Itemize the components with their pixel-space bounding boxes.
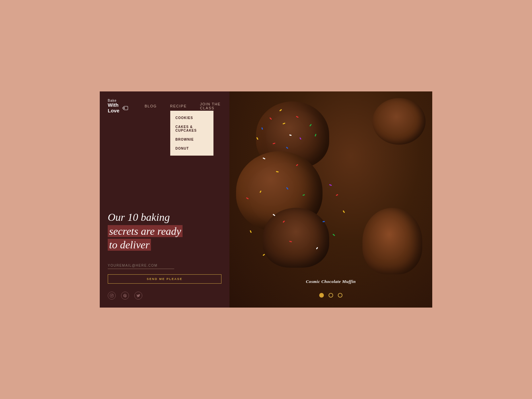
nav-join-class[interactable]: JOIN THE CLASS [200,102,221,110]
page-container: Bake With Love BLOG RECIPE COOKIES CAKES… [100,91,432,308]
headline-line1: Our 10 baking [108,211,170,223]
sprinkle-24 [342,210,345,213]
sprinkle-25 [323,221,325,222]
photo-caption: Cosmic Chocolate Muffin [229,278,432,284]
email-input[interactable] [108,262,174,269]
left-panel: Bake With Love BLOG RECIPE COOKIES CAKES… [100,91,229,308]
right-panel: Cosmic Chocolate Muffin [229,91,432,308]
navbar: Bake With Love BLOG RECIPE COOKIES CAKES… [100,91,229,113]
caption-text: Cosmic Chocolate Muffin [306,279,356,284]
svg-rect-0 [110,294,113,297]
instagram-icon[interactable] [108,292,116,300]
sprinkle-22 [329,184,332,186]
muffin-3 [263,208,329,268]
dropdown-item-brownie[interactable]: BROWNIE [170,135,213,144]
recipe-dropdown: COOKIES CAKES & CUPCAKES BROWNIE DONUT [170,111,213,156]
twitter-icon[interactable] [134,292,142,300]
svg-point-2 [112,295,113,295]
logo[interactable]: Bake With Love [108,99,128,113]
sprinkle-23 [336,194,338,196]
social-bar [100,292,229,308]
carousel-dot-1[interactable] [319,293,324,298]
carousel-dot-2[interactable] [329,293,333,298]
photo-bg: Cosmic Chocolate Muffin [229,91,432,308]
muffin-top-right [372,98,426,145]
sprinkle-29 [263,254,265,256]
muffin-mid-right [362,208,422,274]
svg-point-1 [111,295,112,296]
pinterest-icon[interactable] [121,292,129,300]
nav-blog[interactable]: BLOG [145,104,157,108]
nav-recipe[interactable]: RECIPE COOKIES CAKES & CUPCAKES BROWNIE … [170,104,187,108]
carousel-dot-3[interactable] [338,293,342,298]
sprinkle-21 [250,230,252,233]
dropdown-item-donut[interactable]: DONUT [170,144,213,153]
logo-tag-icon [124,106,128,110]
dropdown-item-cakes[interactable]: CAKES & CUPCAKES [170,122,213,135]
email-input-area [108,262,221,269]
dropdown-item-cookies[interactable]: COOKIES [170,113,213,122]
headline: Our 10 baking secrets are ready to deliv… [108,210,221,252]
headline-line2: secrets are ready [108,225,183,237]
headline-line3: to deliver [108,239,151,251]
logo-with-love: With Love [108,102,128,113]
send-button[interactable]: SEND ME PLEASE [108,274,221,284]
carousel-dots [229,293,432,298]
sprinkle-26 [332,234,335,236]
